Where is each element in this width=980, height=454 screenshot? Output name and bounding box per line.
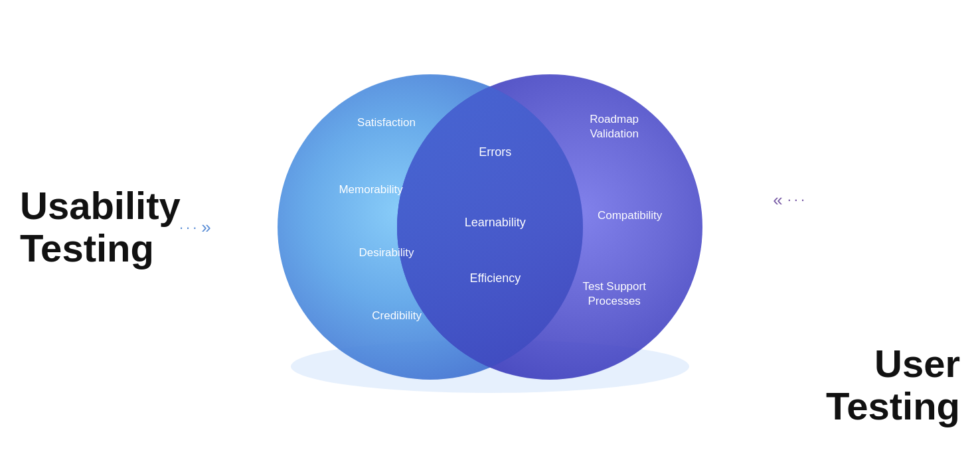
dots-left: ··· [179, 218, 199, 236]
main-container: Usability Testing ··· » « ··· [0, 0, 980, 454]
arrow-symbol-right: « [773, 189, 785, 210]
right-arrow: « ··· [773, 189, 807, 210]
venn-diagram: Satisfaction Memorability Desirability C… [231, 41, 749, 413]
user-testing-title: User Testing [814, 342, 960, 427]
label-efficiency: Efficiency [469, 271, 521, 287]
usability-testing-title: Usability Testing [20, 185, 179, 269]
venn-labels: Satisfaction Memorability Desirability C… [231, 41, 749, 413]
label-errors: Errors [479, 145, 511, 160]
label-desirability: Desirability [359, 246, 414, 260]
label-memorability: Memorability [339, 183, 402, 197]
label-credibility: Credibility [372, 309, 422, 323]
title-left-line1: Usability [20, 184, 181, 227]
arrow-symbol-left: » [201, 217, 213, 238]
label-satisfaction: Satisfaction [357, 115, 416, 130]
label-test-support: Test SupportProcesses [582, 279, 645, 309]
label-compatibility: Compatibility [598, 208, 662, 223]
label-roadmap-validation: RoadmapValidation [590, 112, 639, 141]
dots-right: ··· [787, 191, 807, 208]
title-left-line2: Testing [20, 226, 154, 269]
title-right-line1: User [874, 342, 960, 385]
title-right-line2: Testing [826, 384, 960, 427]
left-arrow: ··· » [179, 217, 214, 238]
label-learnability: Learnability [465, 216, 526, 231]
